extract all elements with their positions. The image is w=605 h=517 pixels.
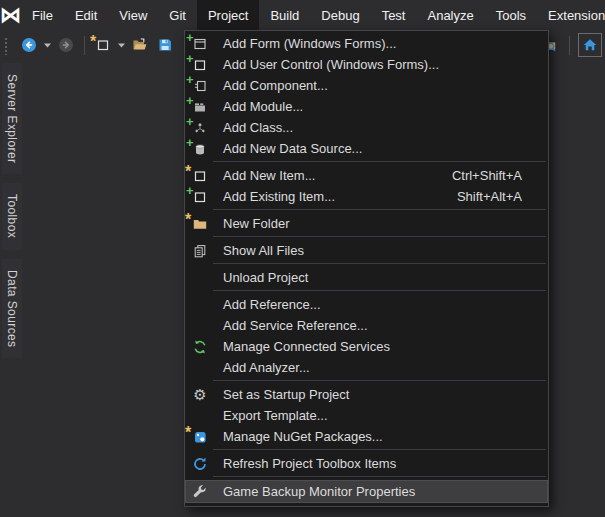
- menu-item-game-backup-monitor-properties[interactable]: Game Backup Monitor Properties: [185, 480, 548, 503]
- add-form-icon: +: [190, 35, 210, 53]
- menu-separator: [213, 161, 546, 162]
- visual-studio-logo-icon: ⋈: [0, 0, 21, 30]
- menu-bar-items: FileEditViewGitProjectBuildDebugTestAnal…: [21, 0, 605, 30]
- menu-item-label: Add Module...: [223, 99, 303, 114]
- menubar-item-test[interactable]: Test: [371, 0, 417, 30]
- toolbar-grip[interactable]: [3, 36, 8, 55]
- menu-icon-spacer: [190, 359, 210, 377]
- add-data-source-icon: +: [190, 140, 210, 158]
- menu-item-add-new-data-source[interactable]: +Add New Data Source...: [185, 138, 548, 159]
- sidebar-tab-toolbox[interactable]: Toolbox: [2, 183, 22, 249]
- sidebar-tab-server-explorer[interactable]: Server Explorer: [2, 63, 22, 174]
- refresh-icon: [190, 455, 210, 473]
- show-all-files-icon: [190, 242, 210, 260]
- menu-separator: [213, 476, 546, 477]
- home-button[interactable]: [578, 33, 602, 57]
- menu-item-export-template[interactable]: Export Template...: [185, 405, 548, 426]
- menu-item-label: Manage NuGet Packages...: [223, 429, 383, 444]
- project-menu-dropdown: +Add Form (Windows Forms)...+Add User Co…: [184, 30, 549, 507]
- menu-item-label: Add New Data Source...: [223, 141, 362, 156]
- navigate-backward-button[interactable]: [17, 33, 41, 57]
- menu-item-label: Manage Connected Services: [223, 339, 390, 354]
- menu-item-label: Add Service Reference...: [223, 318, 368, 333]
- open-file-button[interactable]: [128, 33, 152, 57]
- sidebar-tab-data-sources[interactable]: Data Sources: [2, 259, 22, 359]
- menubar-item-project[interactable]: Project: [197, 0, 259, 30]
- menu-item-add-component[interactable]: +Add Component...: [185, 75, 548, 96]
- menu-item-add-existing-item[interactable]: +Add Existing Item...Shift+Alt+A: [185, 186, 548, 207]
- menubar-item-tools[interactable]: Tools: [485, 0, 537, 30]
- menu-item-label: Show All Files: [223, 243, 304, 258]
- menu-item-unload-project[interactable]: Unload Project: [185, 267, 548, 288]
- add-user-control-icon: +: [190, 56, 210, 74]
- menu-separator: [213, 263, 546, 264]
- new-file-icon: *: [95, 37, 111, 53]
- menu-item-add-service-reference[interactable]: Add Service Reference...: [185, 315, 548, 336]
- add-new-item-icon: *: [190, 167, 210, 185]
- new-folder-icon: *: [190, 215, 210, 233]
- menubar-item-view[interactable]: View: [108, 0, 158, 30]
- menubar-item-edit[interactable]: Edit: [64, 0, 108, 30]
- menu-item-label: Add Form (Windows Forms)...: [223, 36, 396, 51]
- new-file-caret[interactable]: [116, 33, 127, 57]
- menu-item-add-analyzer[interactable]: Add Analyzer...: [185, 357, 548, 378]
- menu-item-label: Add Existing Item...: [223, 189, 335, 204]
- menu-separator: [213, 209, 546, 210]
- menu-bar: ⋈ FileEditViewGitProjectBuildDebugTestAn…: [0, 0, 605, 30]
- menu-item-label: Set as Startup Project: [223, 387, 349, 402]
- menu-separator: [213, 236, 546, 237]
- menu-separator: [213, 380, 546, 381]
- menubar-item-git[interactable]: Git: [158, 0, 197, 30]
- menu-item-label: Add Component...: [223, 78, 328, 93]
- menubar-item-build[interactable]: Build: [259, 0, 310, 30]
- startup-project-icon: ⚙: [190, 386, 210, 404]
- menu-item-label: New Folder: [223, 216, 289, 231]
- side-tab-well: Server ExplorerToolboxData Sources: [0, 63, 24, 358]
- add-module-icon: +: [190, 98, 210, 116]
- save-button[interactable]: [153, 33, 177, 57]
- menu-item-set-as-startup-project[interactable]: ⚙Set as Startup Project: [185, 384, 548, 405]
- menu-separator: [213, 290, 546, 291]
- menubar-item-extensions[interactable]: Extensions: [537, 0, 605, 30]
- caret-down-icon: [118, 43, 125, 48]
- menu-item-shortcut: Shift+Alt+A: [457, 189, 548, 204]
- menu-item-label: Add New Item...: [223, 168, 315, 183]
- menu-icon-spacer: [190, 317, 210, 335]
- caret-down-icon: [44, 43, 51, 48]
- toolbar-separator: [84, 36, 85, 55]
- navigate-forward-button[interactable]: [54, 33, 78, 57]
- save-icon: [157, 37, 173, 53]
- toolbar-left-group: *: [3, 33, 202, 57]
- home-icon: [582, 37, 598, 53]
- menu-icon-spacer: [190, 296, 210, 314]
- menu-item-add-module[interactable]: +Add Module...: [185, 96, 548, 117]
- menubar-item-file[interactable]: File: [21, 0, 64, 30]
- menu-item-add-reference[interactable]: Add Reference...: [185, 294, 548, 315]
- menu-item-label: Add Reference...: [223, 297, 321, 312]
- menu-item-new-folder[interactable]: *New Folder: [185, 213, 548, 234]
- connected-services-icon: [190, 338, 210, 356]
- menu-item-add-class[interactable]: +Add Class...: [185, 117, 548, 138]
- menu-icon-spacer: [190, 407, 210, 425]
- menu-item-add-new-item[interactable]: *Add New Item...Ctrl+Shift+A: [185, 165, 548, 186]
- menu-item-label: Add User Control (Windows Forms)...: [223, 57, 439, 72]
- menu-item-label: Refresh Project Toolbox Items: [223, 456, 396, 471]
- menu-item-refresh-project-toolbox-items[interactable]: Refresh Project Toolbox Items: [185, 453, 548, 474]
- add-class-icon: +: [190, 119, 210, 137]
- menu-item-add-form-windows-forms[interactable]: +Add Form (Windows Forms)...: [185, 33, 548, 54]
- menu-item-add-user-control-windows-forms[interactable]: +Add User Control (Windows Forms)...: [185, 54, 548, 75]
- menu-item-label: Add Analyzer...: [223, 360, 310, 375]
- toolbar-separator: [569, 36, 570, 55]
- menu-item-manage-connected-services[interactable]: Manage Connected Services: [185, 336, 548, 357]
- forward-circle-icon: [58, 37, 74, 53]
- menu-item-label: Unload Project: [223, 270, 308, 285]
- menu-item-manage-nuget-packages[interactable]: *Manage NuGet Packages...: [185, 426, 548, 447]
- new-file-button[interactable]: *: [91, 33, 115, 57]
- add-existing-item-icon: +: [190, 188, 210, 206]
- menubar-item-analyze[interactable]: Analyze: [416, 0, 484, 30]
- menubar-item-debug[interactable]: Debug: [310, 0, 370, 30]
- menu-icon-spacer: [190, 269, 210, 287]
- navigate-backward-caret[interactable]: [42, 33, 53, 57]
- menu-item-show-all-files[interactable]: Show All Files: [185, 240, 548, 261]
- back-circle-icon: [21, 37, 37, 53]
